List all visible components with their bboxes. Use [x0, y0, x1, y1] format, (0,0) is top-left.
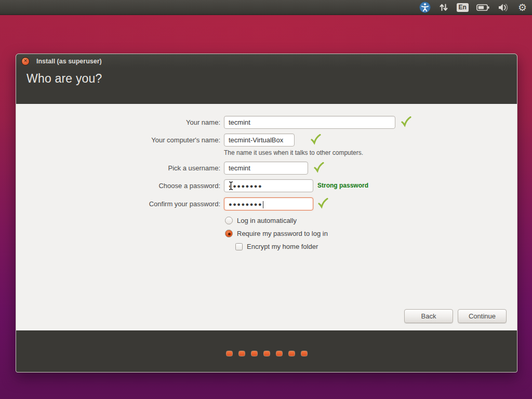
computer-name-label: Your computer's name: [16, 134, 220, 147]
computer-name-value: tecmint-VirtualBox [229, 136, 283, 144]
password-input[interactable]: ●●●●●●●● [224, 179, 313, 192]
continue-button[interactable]: Continue [458, 309, 507, 323]
progress-dot [276, 351, 283, 356]
back-button[interactable]: Back [404, 309, 453, 323]
desktop: En ⚙ ✕ Install (as superuser) [0, 0, 532, 399]
close-button[interactable]: ✕ [21, 57, 30, 65]
window-title: Install (as superuser) [36, 58, 102, 65]
progress-dot [263, 351, 270, 356]
confirm-password-input[interactable]: ●●●●●●●● [224, 197, 313, 210]
page-title: Who are you? [26, 72, 102, 86]
top-panel: En ⚙ [0, 0, 532, 15]
password-label: Choose a password: [16, 179, 220, 192]
back-button-label: Back [421, 312, 436, 320]
your-name-label: Your name: [16, 116, 220, 129]
username-input[interactable]: tecmint [224, 162, 308, 175]
radio-selected-icon[interactable] [225, 230, 233, 237]
progress-dot [301, 351, 308, 356]
login-automatically-label: Log in automatically [237, 217, 297, 224]
encrypt-home-label: Encrypt my home folder [247, 243, 318, 250]
progress-dots [226, 351, 308, 356]
require-password-option[interactable]: Require my password to log in [225, 229, 328, 238]
volume-icon[interactable] [498, 0, 510, 15]
keyboard-indicator-arrows-icon[interactable] [438, 0, 449, 15]
your-name-value: tecmint [229, 118, 250, 126]
username-value: tecmint [229, 164, 250, 172]
confirm-password-label: Confirm your password: [16, 197, 220, 210]
valid-check-icon [313, 162, 324, 173]
require-password-label: Require my password to log in [237, 230, 328, 237]
password-strength-status: Strong password [317, 182, 368, 189]
progress-dot [251, 351, 258, 356]
computer-name-input[interactable]: tecmint-VirtualBox [224, 134, 295, 147]
checkbox-unchecked-icon[interactable] [235, 243, 243, 250]
computer-name-help: The name it uses when it talks to other … [224, 149, 363, 156]
text-caret [263, 201, 263, 208]
valid-check-icon [310, 134, 321, 145]
continue-button-label: Continue [469, 312, 496, 320]
username-label: Pick a username: [16, 162, 220, 175]
progress-dot [238, 351, 245, 356]
encrypt-home-option[interactable]: Encrypt my home folder [235, 242, 318, 251]
valid-check-icon [317, 198, 328, 209]
progress-dot [226, 351, 233, 356]
confirm-password-value: ●●●●●●●● [229, 201, 262, 207]
keyboard-layout-indicator[interactable]: En [457, 0, 469, 15]
installer-window: ✕ Install (as superuser) Who are you? Yo… [16, 54, 517, 373]
battery-icon[interactable] [476, 0, 490, 15]
your-name-input[interactable]: tecmint [224, 116, 395, 129]
login-automatically-option[interactable]: Log in automatically [225, 216, 297, 225]
accessibility-icon[interactable] [419, 0, 431, 15]
password-value: ●●●●●●●● [229, 183, 262, 189]
progress-dot [288, 351, 295, 356]
valid-check-icon [401, 116, 411, 127]
window-footer [16, 330, 517, 372]
close-icon: ✕ [23, 59, 28, 63]
radio-unselected-icon[interactable] [225, 217, 233, 224]
gear-icon[interactable]: ⚙ [518, 0, 527, 15]
keyboard-layout-label: En [457, 3, 469, 12]
window-titlebar: ✕ Install (as superuser) [16, 54, 517, 68]
